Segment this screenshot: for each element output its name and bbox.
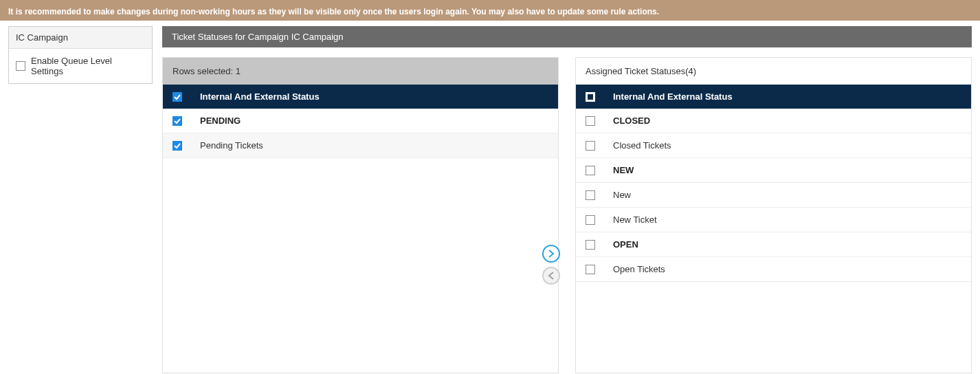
assigned-row[interactable]: Open Tickets <box>576 257 971 282</box>
assigned-row-checkbox[interactable] <box>586 116 595 126</box>
check-icon <box>174 142 181 149</box>
sidebar-body: Enable Queue Level Settings <box>9 49 152 83</box>
assigned-row-label: NEW <box>613 165 634 175</box>
assigned-row-checkbox[interactable] <box>586 240 595 250</box>
available-column-header-text: Internal And External Status <box>200 91 320 102</box>
available-subheader: Rows selected: 1 <box>163 58 558 85</box>
assigned-row-checkbox[interactable] <box>586 141 595 151</box>
assigned-row-label: Open Tickets <box>613 264 665 274</box>
available-row-label: Pending Tickets <box>200 140 263 151</box>
assigned-row-label: New Ticket <box>613 214 657 225</box>
assigned-row[interactable]: OPEN <box>576 232 971 257</box>
main-title: Ticket Statuses for Campaign IC Campaign <box>162 26 972 47</box>
available-list-panel: Rows selected: 1 Internal And External S… <box>162 57 559 373</box>
info-banner: It is recommended to make changes during… <box>0 3 980 21</box>
assigned-row-label: New <box>613 190 631 200</box>
assigned-list-body: CLOSEDClosed TicketsNEWNewNew TicketOPEN… <box>576 109 971 373</box>
info-banner-text: It is recommended to make changes during… <box>8 7 659 16</box>
assigned-select-all-checkbox[interactable] <box>586 92 595 102</box>
available-row-checkbox[interactable] <box>172 116 182 126</box>
sidebar-title: IC Campaign <box>9 27 152 49</box>
dual-list: Rows selected: 1 Internal And External S… <box>162 57 972 373</box>
chevron-left-icon <box>547 272 555 280</box>
available-row-checkbox[interactable] <box>172 141 182 151</box>
list-gap <box>559 57 575 373</box>
assigned-column-header-text: Internal And External Status <box>613 91 733 102</box>
available-column-header: Internal And External Status <box>163 85 558 109</box>
assigned-row[interactable]: Closed Tickets <box>576 133 971 158</box>
assigned-row-label: OPEN <box>613 239 638 250</box>
enable-queue-row: Enable Queue Level Settings <box>16 56 145 76</box>
assigned-list-panel: Assigned Ticket Statuses(4) Internal And… <box>575 57 972 373</box>
assigned-row[interactable]: NEW <box>576 158 971 183</box>
content-area: IC Campaign Enable Queue Level Settings … <box>0 21 980 373</box>
assigned-row-checkbox[interactable] <box>586 215 595 225</box>
available-row-label: PENDING <box>200 116 241 126</box>
available-row[interactable]: Pending Tickets <box>163 133 558 158</box>
transfer-buttons <box>542 245 560 285</box>
enable-queue-checkbox[interactable] <box>16 61 25 71</box>
enable-queue-label: Enable Queue Level Settings <box>31 56 145 76</box>
check-icon <box>174 94 181 100</box>
assigned-row-checkbox[interactable] <box>586 190 595 200</box>
assigned-row-checkbox[interactable] <box>586 265 595 274</box>
available-row[interactable]: PENDING <box>163 109 558 133</box>
assigned-row[interactable]: CLOSED <box>576 109 971 133</box>
main-panel: Ticket Statuses for Campaign IC Campaign… <box>162 26 972 373</box>
assigned-row[interactable]: New <box>576 183 971 208</box>
check-icon <box>174 118 181 124</box>
assigned-row[interactable]: New Ticket <box>576 208 971 232</box>
move-right-button[interactable] <box>542 245 560 263</box>
available-list-body: PENDINGPending Tickets <box>163 109 558 373</box>
indeterminate-icon <box>588 94 593 100</box>
available-select-all-checkbox[interactable] <box>172 92 182 102</box>
assigned-row-label: Closed Tickets <box>613 140 671 151</box>
chevron-right-icon <box>547 250 555 258</box>
assigned-column-header: Internal And External Status <box>576 85 971 109</box>
assigned-row-checkbox[interactable] <box>586 166 595 175</box>
assigned-subheader: Assigned Ticket Statuses(4) <box>576 58 971 85</box>
assigned-row-label: CLOSED <box>613 116 650 126</box>
move-left-button[interactable] <box>542 267 560 285</box>
sidebar: IC Campaign Enable Queue Level Settings <box>8 26 153 84</box>
